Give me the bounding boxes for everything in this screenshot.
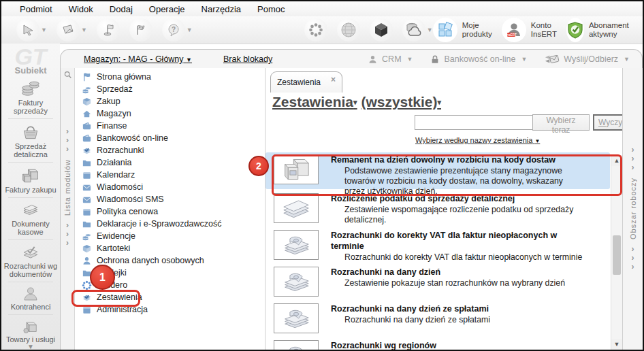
sidebar-item-faktury-zakupu[interactable]: Faktury zakupu [1, 166, 60, 198]
report-row-rozliczenie-podatku[interactable]: Rozliczenie podatku od sprzedaży detalic… [265, 191, 610, 226]
tree-item-polityka-cenowa[interactable]: Polityka cenowa [75, 205, 265, 218]
sidebar-item-sprzedaz-detaliczna[interactable]: Sprzedaż detaliczna [1, 122, 60, 163]
tab-zestawienia[interactable]: Zestawienia × [270, 71, 342, 93]
bankowosc-dropdown[interactable]: Bankowość on-line ▼ [430, 54, 527, 65]
send-document-button[interactable] [57, 18, 80, 41]
sidebar-overflow-area: ▼ [1, 344, 60, 350]
tree-item-strona-glowna[interactable]: Strona główna [75, 71, 265, 83]
tree-item-wiadomosci-sms[interactable]: Wiadomości SMS [75, 193, 265, 205]
sidebar-item-towary-i-uslugi[interactable]: Towary i usługi [1, 318, 60, 344]
chevron-down-icon[interactable]: ▼ [41, 27, 47, 33]
globe-icon [340, 22, 357, 38]
tree-item-zakup[interactable]: Zakup [75, 95, 265, 107]
sidebar-item-kontrahenci[interactable]: Kontrahenci [1, 286, 60, 315]
database-cloud-icon [405, 22, 423, 38]
title-zestawienia-dropdown[interactable]: Zestawienia▾ [272, 94, 357, 110]
menu-podmiot[interactable]: Podmiot [12, 3, 60, 16]
filter-link-row: Wybierz według nazwy zestawienia ▼ [265, 133, 622, 147]
tree-item-ochrona-danych[interactable]: Ochrona danych osobowych [75, 254, 265, 267]
cloud-data-button[interactable] [402, 18, 425, 41]
chevron-down-icon[interactable]: ▼ [81, 27, 87, 33]
chevron-down-icon[interactable]: ▼ [187, 27, 193, 33]
report-row-na-dany-dzien[interactable]: Rozrachunki na dany dzień Zestawienie po… [265, 265, 610, 299]
wybierz-teraz-button[interactable]: Wybierz teraz [532, 114, 590, 131]
divider [8, 282, 53, 282]
title-filter-dropdown[interactable]: (wszystkie)▾ [361, 94, 441, 110]
navigate-button[interactable] [16, 18, 39, 41]
report-row-wg-regionow[interactable]: Rozrachunki wg regionów Zestawienia prez… [265, 338, 610, 350]
report-row-remanent[interactable]: Remanent na dzień dowolny w rozbiciu na … [265, 152, 610, 189]
tree-item-deklaracje[interactable]: Deklaracje i e-Sprawozdawczość [75, 218, 265, 230]
tree-item-kartoteki[interactable]: Kartoteki [75, 242, 265, 254]
report-row-ze-splatami[interactable]: Rozrachunki na dany dzień ze spłatami Ro… [265, 301, 610, 336]
svg-text:InsERT: InsERT [506, 33, 517, 37]
konto-insert-button[interactable]: InsERT Konto InsERT [502, 18, 557, 42]
tree-item-naklejki[interactable]: Naklejki [75, 267, 265, 279]
chevron-right-icon: › [632, 263, 634, 271]
menu-narzedzia[interactable]: Narzędzia [194, 3, 249, 16]
tree-item-finanse[interactable]: Finanse [75, 120, 265, 132]
brak-blokady-link[interactable]: Brak blokady [223, 54, 272, 64]
search-input[interactable] [415, 115, 534, 130]
wyslij-odbierz-dropdown[interactable]: Wyślij/Odbierz ▼ [545, 54, 630, 65]
wallet-icon [82, 121, 92, 131]
scroll-up-icon[interactable]: ▲ [611, 155, 622, 166]
module-sidebar: GT Subiekt Faktury sprzedaży Sprzedaż de… [1, 44, 60, 350]
chevron-down-icon[interactable]: ▼ [27, 344, 34, 350]
chevron-down-icon[interactable]: ▼ [427, 27, 433, 33]
cube-button[interactable] [370, 18, 393, 41]
boxes-icon [19, 166, 42, 185]
tree-item-bankowosc-on-line[interactable]: Bankowość on-line [75, 132, 265, 144]
finish-flag-button[interactable] [129, 18, 152, 41]
declarations-icon [82, 219, 92, 229]
gear-dots-icon [308, 22, 323, 37]
vendero-button[interactable] [304, 18, 327, 41]
menu-pomoc[interactable]: Pomoc [250, 3, 292, 16]
wyczysc-button[interactable]: Wyczyść [593, 114, 622, 131]
close-icon[interactable]: × [331, 75, 336, 84]
tree-item-kalendarz[interactable]: Kalendarz [75, 169, 265, 181]
tree-item-rozrachunki[interactable]: Rozrachunki [75, 144, 265, 156]
scroll-down-icon[interactable]: ▼ [611, 339, 622, 350]
box-icon [82, 97, 92, 107]
send-receive-envelope-icon [545, 54, 560, 65]
divider [8, 314, 53, 315]
tree-item-ewidencje[interactable]: Ewidencje [75, 230, 265, 242]
chevron-down-icon: ▼ [534, 138, 540, 144]
tree-item-sprzedaz[interactable]: Sprzedaż [75, 83, 265, 95]
wybierz-wedlug-nazwy-link[interactable]: Wybierz według nazwy zestawienia ▼ [415, 136, 540, 144]
tree-item-vendero[interactable]: vendero [75, 279, 265, 291]
report-cash-icon [274, 230, 319, 260]
sidebar-item-dokumenty-kasowe[interactable]: Dokumenty kasowe [1, 201, 60, 240]
chevron-down-icon: ▼ [186, 56, 192, 63]
tree-item-dzialania[interactable]: Działania [75, 156, 265, 169]
report-row-korekta-vat[interactable]: Rozrachunki do korekty VAT dla faktur ni… [265, 228, 610, 263]
crm-dropdown[interactable]: CRM ▼ [368, 54, 413, 65]
divider [8, 197, 53, 198]
insert-account-icon: InsERT [502, 18, 526, 42]
tree-item-magazyn[interactable]: Magazyn [75, 107, 265, 120]
sms-icon [82, 195, 92, 205]
settlement-check-icon [19, 244, 42, 261]
magazyn-selector[interactable]: Magazyn: - MAG - Główny ▼ [84, 54, 192, 64]
tree-item-administracja[interactable]: Administracja [75, 303, 265, 316]
sidebar-item-rozrachunki-wg-dokumentow[interactable]: Rozrachunki wg dokumentów [1, 244, 60, 282]
help-button[interactable]: ? [162, 18, 185, 41]
online-banking-icon [82, 133, 92, 144]
menu-bar: Podmiot Widok Dodaj Operacje Narzędzia P… [1, 1, 643, 16]
tree-item-wiadomosci[interactable]: Wiadomości [75, 181, 265, 193]
web-button[interactable] [337, 18, 360, 41]
administration-icon [82, 305, 92, 315]
flag-button[interactable] [97, 18, 120, 41]
pin-icon[interactable] [63, 71, 72, 80]
list-scrollbar[interactable]: ▲ ▼ [611, 155, 622, 350]
scrollbar-thumb[interactable] [613, 235, 621, 275]
svg-text:?: ? [172, 26, 176, 33]
tree-item-zestawienia[interactable]: Zestawienia [75, 291, 265, 303]
menu-operacje[interactable]: Operacje [142, 3, 193, 16]
menu-widok[interactable]: Widok [61, 3, 101, 16]
menu-dodaj[interactable]: Dodaj [102, 3, 140, 16]
sidebar-item-faktury-sprzedazy[interactable]: Faktury sprzedaży [1, 79, 60, 119]
abonament-button[interactable]: Abonament aktywny [566, 18, 636, 42]
moje-produkty-button[interactable]: Moje produkty [433, 18, 492, 42]
